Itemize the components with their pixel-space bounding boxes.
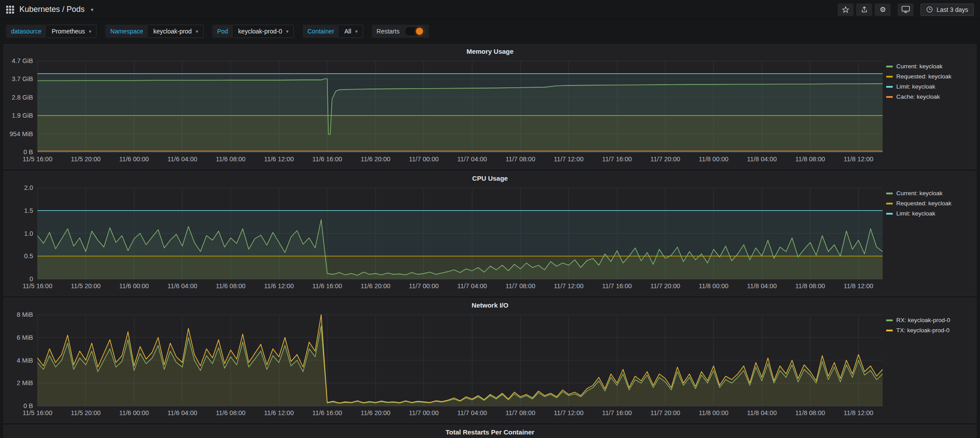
- time-range-picker[interactable]: Last 3 days: [921, 4, 974, 16]
- svg-text:2.0: 2.0: [24, 185, 33, 191]
- svg-text:11/6 12:00: 11/6 12:00: [264, 156, 293, 163]
- svg-text:11/8 00:00: 11/8 00:00: [699, 156, 728, 163]
- svg-text:11/7 00:00: 11/7 00:00: [409, 156, 438, 163]
- svg-text:11/7 20:00: 11/7 20:00: [650, 282, 680, 290]
- svg-text:11/7 16:00: 11/7 16:00: [602, 156, 631, 163]
- chevron-down-icon: ▾: [196, 29, 198, 34]
- svg-text:11/7 20:00: 11/7 20:00: [650, 156, 680, 163]
- svg-text:0: 0: [30, 275, 33, 282]
- network-io-chart[interactable]: 11/5 16:0011/5 20:0011/6 00:0011/6 04:00…: [6, 312, 886, 420]
- svg-text:954 MiB: 954 MiB: [10, 130, 33, 137]
- svg-text:11/7 04:00: 11/7 04:00: [457, 156, 487, 163]
- svg-text:11/6 04:00: 11/6 04:00: [167, 282, 197, 290]
- svg-text:11/8 12:00: 11/8 12:00: [843, 282, 873, 290]
- svg-text:11/8 04:00: 11/8 04:00: [747, 409, 776, 416]
- panel-title[interactable]: Network I/O: [4, 298, 976, 312]
- legend-item[interactable]: Limit: keycloak: [886, 83, 974, 90]
- template-variables-bar: datasource Prometheus ▾ Namespace keyclo…: [0, 19, 980, 43]
- legend-item[interactable]: Limit: keycloak: [886, 210, 974, 217]
- svg-text:2 MiB: 2 MiB: [17, 379, 33, 386]
- svg-text:0 B: 0 B: [23, 148, 33, 156]
- legend-item[interactable]: Requested: keycloak: [886, 200, 974, 207]
- svg-text:4.7 GiB: 4.7 GiB: [12, 58, 33, 64]
- panel-title[interactable]: CPU Usage: [4, 171, 976, 185]
- cpu-usage-chart[interactable]: 11/5 16:0011/5 20:0011/6 00:0011/6 04:00…: [6, 185, 886, 293]
- svg-text:11/6 08:00: 11/6 08:00: [216, 409, 245, 416]
- legend-series-color: [886, 66, 893, 67]
- variable-label: Pod: [212, 25, 233, 38]
- svg-text:11/7 00:00: 11/7 00:00: [409, 282, 438, 290]
- clock-icon: [926, 6, 933, 13]
- svg-text:11/8 00:00: 11/8 00:00: [699, 282, 728, 290]
- legend-item[interactable]: Current: keycloak: [886, 190, 974, 197]
- restarts-toggle[interactable]: [405, 26, 425, 36]
- variable-value-dropdown[interactable]: keycloak-prod-0 ▾: [233, 25, 294, 38]
- svg-text:6 MiB: 6 MiB: [17, 334, 33, 341]
- star-dashboard-button[interactable]: [838, 4, 854, 16]
- svg-text:11/6 00:00: 11/6 00:00: [119, 156, 148, 163]
- svg-text:11/6 12:00: 11/6 12:00: [264, 409, 293, 416]
- legend-series-color: [886, 319, 893, 321]
- legend-series-color: [886, 203, 893, 204]
- svg-text:11/7 16:00: 11/7 16:00: [602, 282, 631, 290]
- legend-item[interactable]: Current: keycloak: [886, 63, 974, 70]
- variable-container: Container All ▾: [303, 25, 363, 38]
- svg-text:11/6 20:00: 11/6 20:00: [360, 282, 390, 290]
- svg-text:11/6 08:00: 11/6 08:00: [216, 282, 245, 290]
- tv-icon: [902, 6, 910, 13]
- svg-text:11/7 08:00: 11/7 08:00: [505, 282, 535, 290]
- panel-network-io: Network I/O 11/5 16:0011/5 20:0011/6 00:…: [4, 298, 976, 423]
- variable-value-text: keycloak-prod-0: [238, 28, 282, 35]
- chart-legend: Current: keycloakRequested: keycloakLimi…: [886, 185, 974, 293]
- variable-value-text: keycloak-prod: [153, 28, 192, 35]
- svg-text:11/7 16:00: 11/7 16:00: [602, 409, 631, 416]
- svg-text:11/8 12:00: 11/8 12:00: [843, 156, 873, 163]
- variable-value-dropdown[interactable]: Prometheus ▾: [46, 25, 97, 38]
- variable-datasource: datasource Prometheus ▾: [6, 25, 97, 38]
- svg-text:11/7 04:00: 11/7 04:00: [457, 282, 487, 290]
- svg-text:11/8 08:00: 11/8 08:00: [795, 409, 825, 416]
- navbar: Kubernetes / Pods ▾ ⚙: [0, 0, 980, 19]
- svg-text:11/6 08:00: 11/6 08:00: [216, 156, 245, 163]
- variable-value-dropdown[interactable]: keycloak-prod ▾: [148, 25, 204, 38]
- svg-text:2.8 GiB: 2.8 GiB: [12, 94, 33, 101]
- svg-text:11/6 16:00: 11/6 16:00: [312, 409, 342, 416]
- svg-text:11/5 16:00: 11/5 16:00: [22, 156, 52, 163]
- chevron-down-icon[interactable]: ▾: [91, 7, 93, 13]
- chevron-down-icon: ▾: [89, 29, 92, 34]
- svg-text:11/8 08:00: 11/8 08:00: [795, 156, 825, 163]
- dashboard-title[interactable]: Kubernetes / Pods: [19, 5, 85, 14]
- dashboard-settings-button[interactable]: ⚙: [875, 4, 891, 16]
- legend-item[interactable]: Requested: keycloak: [886, 73, 974, 80]
- svg-text:8 MiB: 8 MiB: [17, 312, 33, 318]
- svg-text:11/5 20:00: 11/5 20:00: [71, 409, 100, 416]
- svg-text:0 B: 0 B: [23, 402, 33, 409]
- svg-text:11/6 20:00: 11/6 20:00: [360, 156, 390, 163]
- legend-series-color: [886, 213, 893, 215]
- share-dashboard-button[interactable]: [856, 4, 872, 16]
- panel-title[interactable]: Total Restarts Per Container: [4, 425, 976, 438]
- legend-series-label: TX: keycloak-prod-0: [896, 327, 950, 334]
- variable-namespace: Namespace keycloak-prod ▾: [105, 25, 203, 38]
- panel-title[interactable]: Memory Usage: [4, 45, 976, 58]
- legend-item[interactable]: RX: keycloak-prod-0: [886, 317, 974, 323]
- svg-text:11/6 12:00: 11/6 12:00: [264, 282, 293, 290]
- svg-text:11/6 04:00: 11/6 04:00: [167, 409, 197, 416]
- variable-value-dropdown[interactable]: All ▾: [339, 25, 363, 38]
- legend-item[interactable]: Cache: keycloak: [886, 93, 974, 100]
- grafana-menu-icon[interactable]: [6, 6, 14, 14]
- svg-text:11/8 04:00: 11/8 04:00: [747, 156, 776, 163]
- legend-item[interactable]: TX: keycloak-prod-0: [886, 327, 974, 334]
- svg-text:0.5: 0.5: [24, 252, 33, 260]
- svg-text:11/8 00:00: 11/8 00:00: [699, 409, 728, 416]
- time-range-label: Last 3 days: [936, 6, 968, 13]
- variable-label: datasource: [6, 25, 46, 38]
- legend-series-color: [886, 193, 893, 194]
- memory-usage-chart[interactable]: 11/5 16:0011/5 20:0011/6 00:0011/6 04:00…: [6, 58, 886, 166]
- chart-legend: RX: keycloak-prod-0TX: keycloak-prod-0: [886, 312, 974, 420]
- legend-series-color: [886, 76, 893, 78]
- svg-text:1.5: 1.5: [24, 207, 33, 214]
- legend-series-label: Requested: keycloak: [896, 73, 951, 80]
- svg-text:11/5 16:00: 11/5 16:00: [22, 409, 52, 416]
- cycle-view-mode-button[interactable]: [898, 4, 913, 16]
